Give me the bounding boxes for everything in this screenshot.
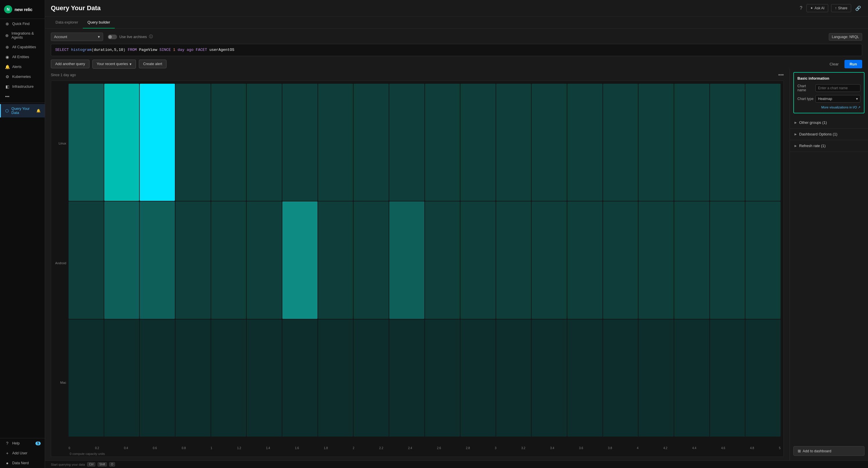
heatmap-cell[interactable]: [353, 319, 389, 437]
heatmap-cell[interactable]: [460, 319, 496, 437]
run-button[interactable]: Run: [844, 60, 862, 68]
heatmap-cell[interactable]: [318, 319, 353, 437]
heatmap-cell[interactable]: [282, 84, 317, 201]
chart-type-select[interactable]: Heatmap ▾: [815, 95, 861, 103]
sidebar-item-add-user[interactable]: + Add User: [0, 448, 45, 458]
sidebar-item-data-nerd[interactable]: ● Data Nerd: [0, 458, 45, 468]
heatmap-cell[interactable]: [710, 201, 745, 319]
tab-query-builder[interactable]: Query builder: [83, 17, 115, 28]
heatmap-cell[interactable]: [140, 319, 175, 437]
heatmap-cell[interactable]: [247, 201, 282, 319]
heatmap-cell[interactable]: [104, 319, 140, 437]
heatmap-cell[interactable]: [353, 84, 389, 201]
heatmap-cell[interactable]: [140, 201, 175, 319]
heatmap-cell[interactable]: [745, 201, 781, 319]
heatmap-cell[interactable]: [68, 84, 104, 201]
heatmap-cell[interactable]: [211, 319, 246, 437]
sidebar-item-all-entities[interactable]: ◉ All Entities: [0, 52, 45, 62]
heatmap-cell[interactable]: [496, 84, 531, 201]
other-groups-section[interactable]: ▶ Other groups (1): [790, 117, 868, 128]
heatmap-cell[interactable]: [496, 201, 531, 319]
heatmap-cell[interactable]: [282, 319, 317, 437]
sidebar-item-kubernetes[interactable]: ⚙ Kubernetes: [0, 72, 45, 82]
chart-more-button[interactable]: •••: [778, 72, 784, 78]
add-to-dashboard-button[interactable]: ⊞ Add to dashboard: [793, 446, 865, 456]
heatmap-cell[interactable]: [318, 201, 353, 319]
heatmap-cell[interactable]: [639, 319, 674, 437]
help-circle-button[interactable]: ?: [799, 4, 804, 12]
heatmap-cell[interactable]: [567, 319, 602, 437]
heatmap-cell[interactable]: [176, 319, 211, 437]
ask-ai-button[interactable]: ✦ Ask AI: [806, 4, 828, 12]
heatmap-cell[interactable]: [674, 84, 709, 201]
heatmap-cell[interactable]: [603, 319, 638, 437]
live-archives-info-icon[interactable]: ⓘ: [149, 34, 153, 39]
heatmap-cell[interactable]: [353, 201, 389, 319]
heatmap-cell[interactable]: [389, 84, 425, 201]
heatmap-cell[interactable]: [68, 319, 104, 437]
heatmap-cell[interactable]: [639, 84, 674, 201]
tab-data-explorer[interactable]: Data explorer: [51, 17, 83, 28]
refresh-rate-section[interactable]: ▶ Refresh rate (1): [790, 140, 868, 152]
language-selector[interactable]: Language: NRQL: [829, 33, 862, 41]
heatmap-cell[interactable]: [567, 201, 602, 319]
heatmap-cell[interactable]: [425, 201, 460, 319]
sidebar-item-all-capabilities[interactable]: ⊕ All Capabilities: [0, 42, 45, 52]
heatmap-cell[interactable]: [710, 319, 745, 437]
heatmap-cell[interactable]: [745, 84, 781, 201]
query-editor[interactable]: SELECT histogram(duration,5,10) FROM Pag…: [51, 44, 862, 56]
heatmap-cell[interactable]: [176, 201, 211, 319]
sidebar-item-help[interactable]: ? Help 5: [0, 438, 45, 448]
heatmap-cell[interactable]: [176, 84, 211, 201]
more-visualizations-link[interactable]: More visualizations in I/O ↗: [798, 106, 861, 109]
heatmap-cell[interactable]: [567, 84, 602, 201]
heatmap-cell[interactable]: [674, 319, 709, 437]
share-button[interactable]: ↑ Share: [831, 4, 851, 12]
dashboard-options-section[interactable]: ▶ Dashboard Options (1): [790, 128, 868, 140]
heatmap-cell[interactable]: [603, 84, 638, 201]
sidebar-item-alerts[interactable]: 🔔 Alerts: [0, 62, 45, 72]
heatmap-cell[interactable]: [282, 201, 317, 319]
live-archives-switch[interactable]: [108, 35, 117, 39]
heatmap-cell[interactable]: [674, 201, 709, 319]
sidebar-item-infrastructure[interactable]: ◧ Infrastructure: [0, 82, 45, 92]
heatmap-cell[interactable]: [104, 84, 140, 201]
sidebar-item-query-your-data[interactable]: ⬡ Query Your Data 🔔: [0, 104, 45, 117]
heatmap-cell[interactable]: [68, 201, 104, 319]
clear-button[interactable]: Clear: [827, 60, 842, 68]
heatmap-cell[interactable]: [104, 201, 140, 319]
sidebar-item-label: Kubernetes: [12, 75, 31, 79]
sidebar-item-more[interactable]: •••: [0, 92, 45, 101]
your-recent-queries-button[interactable]: Your recent queries ▾: [92, 60, 136, 68]
sidebar-item-quick-find[interactable]: ⊕ Quick Find: [0, 19, 45, 29]
heatmap-cell[interactable]: [532, 319, 567, 437]
logo-area[interactable]: N new relic: [0, 0, 45, 19]
add-another-query-button[interactable]: Add another query: [51, 60, 90, 68]
heatmap-cell[interactable]: [425, 319, 460, 437]
heatmap-cell[interactable]: [532, 84, 567, 201]
heatmap-cell[interactable]: [389, 201, 425, 319]
heatmap-cell[interactable]: [603, 201, 638, 319]
x-axis-label: 4.8: [750, 446, 754, 450]
sidebar-item-integrations[interactable]: ⊕ Integrations & Agents: [0, 29, 45, 42]
heatmap-cell[interactable]: [247, 319, 282, 437]
heatmap-cell[interactable]: [460, 84, 496, 201]
x-axis-label: 1.8: [324, 446, 328, 450]
external-link-button[interactable]: 🔗: [854, 4, 862, 12]
heatmap-cell[interactable]: [710, 84, 745, 201]
heatmap-cell[interactable]: [140, 84, 175, 201]
heatmap-cell[interactable]: [425, 84, 460, 201]
heatmap-cell[interactable]: [211, 201, 246, 319]
heatmap-cell[interactable]: [745, 319, 781, 437]
create-alert-button[interactable]: Create alert: [139, 60, 166, 68]
heatmap-cell[interactable]: [389, 319, 425, 437]
heatmap-cell[interactable]: [496, 319, 531, 437]
heatmap-cell[interactable]: [247, 84, 282, 201]
chart-name-input[interactable]: [815, 84, 861, 92]
heatmap-cell[interactable]: [639, 201, 674, 319]
account-select[interactable]: Account ▾: [51, 33, 103, 41]
heatmap-cell[interactable]: [211, 84, 246, 201]
heatmap-cell[interactable]: [532, 201, 567, 319]
heatmap-cell[interactable]: [460, 201, 496, 319]
heatmap-cell[interactable]: [318, 84, 353, 201]
